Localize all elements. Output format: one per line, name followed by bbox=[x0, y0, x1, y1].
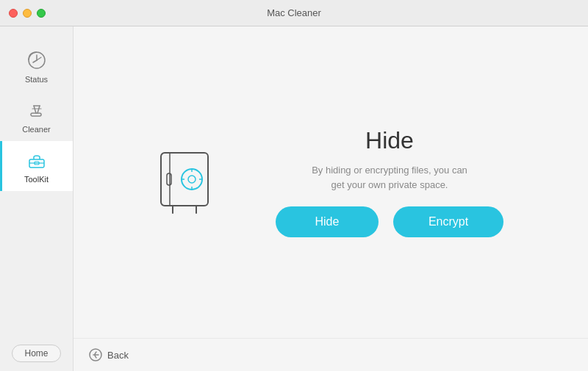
title-bar: Mac Cleaner bbox=[0, 0, 588, 26]
status-icon bbox=[25, 48, 49, 72]
content-inner: Hide By hiding or encrypting files, you … bbox=[74, 26, 588, 338]
toolkit-icon bbox=[25, 148, 49, 172]
back-label: Back bbox=[107, 350, 129, 361]
encrypt-button[interactable]: Encrypt bbox=[393, 206, 503, 237]
close-button[interactable] bbox=[9, 9, 18, 18]
cleaner-icon bbox=[25, 98, 49, 122]
back-button[interactable]: Back bbox=[88, 347, 129, 362]
svg-rect-7 bbox=[167, 173, 171, 185]
window-title: Mac Cleaner bbox=[267, 7, 321, 18]
back-bar: Back bbox=[74, 338, 588, 371]
sidebar-toolkit-label: ToolKit bbox=[24, 175, 49, 184]
hide-info: Hide By hiding or encrypting files, you … bbox=[276, 127, 503, 237]
maximize-button[interactable] bbox=[37, 9, 46, 18]
svg-point-8 bbox=[182, 169, 202, 190]
content-area: Hide By hiding or encrypting files, you … bbox=[74, 26, 588, 371]
window-controls bbox=[9, 9, 46, 18]
safe-illustration bbox=[158, 150, 217, 215]
sidebar-item-cleaner[interactable]: Cleaner bbox=[0, 91, 73, 141]
hide-panel: Hide By hiding or encrypting files, you … bbox=[158, 127, 503, 237]
hide-title: Hide bbox=[365, 127, 414, 154]
home-button[interactable]: Home bbox=[12, 345, 60, 362]
main-area: Status Cleaner bbox=[0, 26, 588, 371]
minimize-button[interactable] bbox=[23, 9, 32, 18]
hide-description: By hiding or encrypting files, you can g… bbox=[309, 163, 470, 192]
home-button-container: Home bbox=[0, 336, 73, 371]
sidebar-cleaner-label: Cleaner bbox=[22, 125, 51, 134]
back-icon bbox=[88, 347, 103, 362]
hide-button[interactable]: Hide bbox=[276, 206, 379, 237]
sidebar-item-toolkit[interactable]: ToolKit bbox=[0, 141, 73, 191]
sidebar-item-status[interactable]: Status bbox=[0, 41, 73, 91]
sidebar: Status Cleaner bbox=[0, 26, 74, 371]
svg-point-9 bbox=[188, 176, 196, 183]
sidebar-status-label: Status bbox=[25, 75, 48, 84]
hide-buttons: Hide Encrypt bbox=[276, 206, 503, 237]
